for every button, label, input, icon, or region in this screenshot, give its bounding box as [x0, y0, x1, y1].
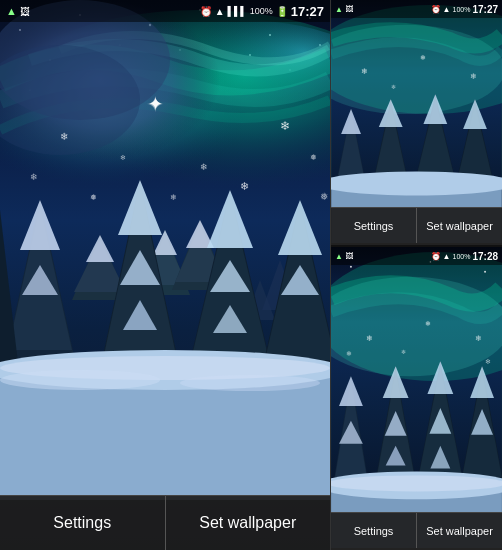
svg-text:❄: ❄ — [60, 131, 68, 142]
thumb-status-bar-2: ▲ 🖼 ⏰ ▲ 100% 17:28 — [331, 247, 502, 265]
svg-text:❅: ❅ — [320, 191, 328, 202]
svg-text:❅: ❅ — [425, 320, 431, 327]
battery-icon: 🔋 — [276, 6, 288, 17]
svg-text:❄: ❄ — [470, 72, 477, 81]
wifi-icon: ▲ — [215, 6, 225, 17]
svg-text:✦: ✦ — [146, 92, 164, 117]
thumb-android-icon-1: ▲ — [335, 5, 343, 14]
thumb-photo-icon-2: 🖼 — [345, 252, 353, 261]
left-panel: ✦ ❄ ❄ ❄ ❅ ❄ ❅ ❄ ❄ ❅ ❄ ✦ ▲ 🖼 ⏰ ▲ ▌▌▌ 100%… — [0, 0, 330, 550]
thumb-set-wallpaper-button-2[interactable]: Set wallpaper — [417, 513, 502, 548]
thumb-photo-icon-1: 🖼 — [345, 5, 353, 14]
settings-button[interactable]: Settings — [0, 496, 166, 550]
thumb-settings-button-2[interactable]: Settings — [331, 513, 417, 548]
thumb-status-bar-1: ▲ 🖼 ⏰ ▲ 100% 17:27 — [331, 0, 502, 18]
photo-icon: 🖼 — [20, 6, 30, 17]
thumb-action-bar-1: Settings Set wallpaper — [331, 207, 502, 243]
top-thumbnail: ❄ ❅ ❄ ❄ ▲ 🖼 ⏰ ▲ 100% 17:27 Settings Set … — [331, 0, 502, 245]
bottom-action-bar: Settings Set wallpaper — [0, 495, 330, 550]
thumb-android-icon-2: ▲ — [335, 252, 343, 261]
svg-point-57 — [180, 375, 320, 391]
thumb-time-2: 17:28 — [472, 251, 498, 262]
status-time: 17:27 — [291, 4, 324, 19]
svg-text:❄: ❄ — [280, 119, 290, 133]
thumb-status-icons-2: ▲ 🖼 — [335, 252, 353, 261]
svg-text:❄: ❄ — [200, 162, 208, 172]
status-icons-left: ▲ 🖼 — [6, 5, 30, 17]
thumb-set-wallpaper-button-1[interactable]: Set wallpaper — [417, 208, 502, 243]
set-wallpaper-button[interactable]: Set wallpaper — [166, 496, 331, 550]
signal-icon: ▌▌▌ — [228, 6, 247, 16]
svg-text:❅: ❅ — [346, 350, 352, 357]
svg-text:❅: ❅ — [90, 193, 97, 202]
svg-text:❄: ❄ — [361, 67, 368, 76]
svg-point-117 — [331, 475, 502, 491]
svg-text:❄: ❄ — [475, 334, 482, 343]
status-center-icons: ⏰ ▲ ▌▌▌ 100% 🔋 17:27 — [200, 4, 324, 19]
android-icon: ▲ — [6, 5, 17, 17]
alarm-icon: ⏰ — [200, 6, 212, 17]
thumb-battery-1: 100% — [453, 6, 471, 13]
thumb-alarm-icon-2: ⏰ — [431, 252, 441, 261]
thumb-time-1: 17:27 — [472, 4, 498, 15]
thumb-scene-2: ❄ ❅ ❄ ❄ ❅ ❄ — [331, 247, 502, 548]
svg-text:❄: ❄ — [170, 193, 177, 202]
svg-text:❄: ❄ — [240, 180, 249, 192]
svg-text:❄: ❄ — [485, 358, 491, 365]
status-bar: ▲ 🖼 ⏰ ▲ ▌▌▌ 100% 🔋 17:27 — [0, 0, 330, 22]
thumb-wifi-icon-1: ▲ — [443, 5, 451, 14]
thumb-alarm-icon-1: ⏰ — [431, 5, 441, 14]
bottom-thumbnail: ❄ ❅ ❄ ❄ ❅ ❄ ▲ 🖼 ⏰ ▲ 100% 17:28 Settings … — [331, 247, 502, 550]
wallpaper-scene: ✦ ❄ ❄ ❄ ❅ ❄ ❅ ❄ ❄ ❅ ❄ ✦ — [0, 0, 330, 550]
battery-text: 100% — [250, 6, 273, 16]
thumb-wifi-icon-2: ▲ — [443, 252, 451, 261]
thumb-status-icons-1: ▲ 🖼 — [335, 5, 353, 14]
svg-point-96 — [484, 271, 486, 273]
thumb-settings-button-1[interactable]: Settings — [331, 208, 417, 243]
svg-point-94 — [350, 266, 352, 268]
svg-point-86 — [331, 172, 502, 196]
right-panel: ❄ ❅ ❄ ❄ ▲ 🖼 ⏰ ▲ 100% 17:27 Settings Set … — [330, 0, 502, 550]
thumb-action-bar-2: Settings Set wallpaper — [331, 512, 502, 548]
svg-text:❅: ❅ — [310, 153, 317, 162]
svg-text:❄: ❄ — [401, 349, 406, 355]
svg-text:❄: ❄ — [30, 172, 38, 182]
svg-text:❄: ❄ — [120, 154, 126, 161]
svg-text:❄: ❄ — [366, 334, 373, 343]
svg-text:❄: ❄ — [391, 84, 396, 90]
svg-point-56 — [0, 370, 160, 390]
thumb-status-right-2: ⏰ ▲ 100% 17:28 — [431, 251, 498, 262]
thumb-status-right-1: ⏰ ▲ 100% 17:27 — [431, 4, 498, 15]
svg-text:❅: ❅ — [420, 54, 426, 61]
thumb-battery-2: 100% — [453, 253, 471, 260]
